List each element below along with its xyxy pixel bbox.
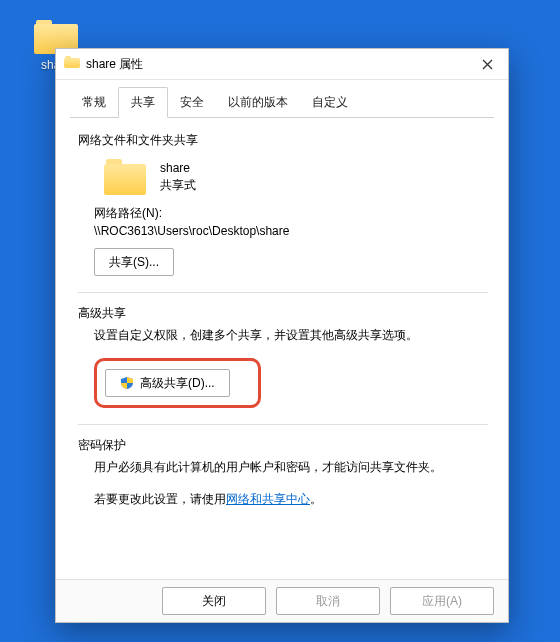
close-icon <box>482 59 493 70</box>
cancel-button[interactable]: 取消 <box>276 587 380 615</box>
section-network-sharing: 网络文件和文件夹共享 <box>78 132 488 149</box>
close-button[interactable] <box>472 54 502 74</box>
password-desc-1: 用户必须具有此计算机的用户帐户和密码，才能访问共享文件夹。 <box>94 458 488 476</box>
titlebar: share 属性 <box>56 49 508 80</box>
tab-security[interactable]: 安全 <box>168 88 216 117</box>
advanced-sharing-button[interactable]: 高级共享(D)... <box>105 369 230 397</box>
apply-button[interactable]: 应用(A) <box>390 587 494 615</box>
highlight-annotation: 高级共享(D)... <box>94 358 261 408</box>
titlebar-folder-icon <box>64 56 80 72</box>
uac-shield-icon <box>120 376 134 390</box>
window-title: share 属性 <box>86 56 472 73</box>
share-name: share <box>160 160 196 177</box>
share-button[interactable]: 共享(S)... <box>94 248 174 276</box>
advanced-sharing-desc: 设置自定义权限，创建多个共享，并设置其他高级共享选项。 <box>94 326 488 344</box>
close-dialog-button[interactable]: 关闭 <box>162 587 266 615</box>
properties-dialog: share 属性 常规 共享 安全 以前的版本 自定义 网络文件和文件夹共享 s… <box>55 48 509 623</box>
tab-strip: 常规 共享 安全 以前的版本 自定义 <box>56 80 508 117</box>
tab-sharing[interactable]: 共享 <box>118 87 168 118</box>
tab-general[interactable]: 常规 <box>70 88 118 117</box>
folder-icon <box>104 159 146 195</box>
tab-content-sharing: 网络文件和文件夹共享 share 共享式 网络路径(N): \\ROC3613\… <box>56 118 508 579</box>
separator <box>78 292 488 293</box>
separator <box>78 424 488 425</box>
network-sharing-center-link[interactable]: 网络和共享中心 <box>226 492 310 506</box>
section-advanced-sharing: 高级共享 <box>78 305 488 322</box>
desktop: share share 属性 常规 共享 安全 以前的版本 自定义 网络文件和文… <box>0 0 560 642</box>
section-password-protection: 密码保护 <box>78 437 488 454</box>
dialog-footer: 关闭 取消 应用(A) <box>56 579 508 622</box>
share-status: 共享式 <box>160 177 196 194</box>
network-path-label: 网络路径(N): <box>94 205 488 222</box>
tab-customize[interactable]: 自定义 <box>300 88 360 117</box>
password-desc-2: 若要更改此设置，请使用网络和共享中心。 <box>94 490 488 508</box>
tab-previous-versions[interactable]: 以前的版本 <box>216 88 300 117</box>
network-path-value: \\ROC3613\Users\roc\Desktop\share <box>94 224 488 238</box>
